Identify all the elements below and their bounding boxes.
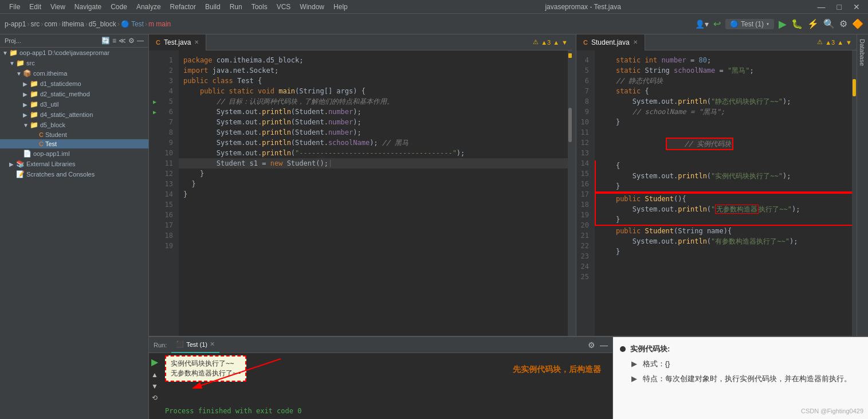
tree-item-project[interactable]: ▼ 📁 oop-app1 D:\code\javasepromar xyxy=(0,48,148,58)
rerun-button[interactable]: ▶ xyxy=(150,355,159,369)
breadcrumb-project[interactable]: p-app1 xyxy=(5,20,26,28)
editor-region: C Test.java ✕ ⚠▲3 ▲ ▼ xyxy=(149,34,868,419)
breadcrumb-method[interactable]: m main xyxy=(148,20,171,28)
settings-button[interactable]: ⚙ xyxy=(839,18,847,29)
tree-item-d2[interactable]: ▶ 📁 d2_static_method xyxy=(0,89,148,99)
tree-item-d5[interactable]: ▼ 📁 d5_block xyxy=(0,120,148,130)
jetbrains-button[interactable]: 🔶 xyxy=(852,18,863,29)
breadcrumb-com[interactable]: com xyxy=(44,20,57,28)
tab-test-java[interactable]: C Test.java ✕ xyxy=(149,34,206,50)
right-scrollbar[interactable] xyxy=(852,50,857,336)
menu-window[interactable]: Window xyxy=(295,3,329,11)
left-scrollbar[interactable] xyxy=(568,50,572,336)
menu-view[interactable]: View xyxy=(46,3,70,11)
run-tab-bar: Run: ⬛ Test (1) ✕ ⚙ — xyxy=(149,337,612,353)
tree-item-d1[interactable]: ▶ 📁 d1_staticdemo xyxy=(0,79,148,89)
doc-panel: 实例代码块: ▶ 格式：{} ▶ 特点：每次创建对象时，执行实例代码块，并在构造… xyxy=(613,337,868,419)
database-tab[interactable]: Database xyxy=(857,34,868,336)
right-code-area[interactable]: 45678 910111213 1415161718 1920212223 24… xyxy=(576,50,857,336)
chevron-icon-2: ▶ xyxy=(631,374,637,383)
run-config-selector[interactable]: 🔵 Test (1) ▾ xyxy=(725,19,774,29)
left-line-numbers: 12345 678910 1112131415 16171819 xyxy=(160,50,179,336)
warning-badge-left: ⚠▲3 ▲ ▼ xyxy=(533,38,568,46)
close-run-tab[interactable]: ✕ xyxy=(210,340,215,348)
left-tab-bar: C Test.java ✕ ⚠▲3 ▲ ▼ xyxy=(149,34,572,50)
warning-down-right[interactable]: ▼ xyxy=(846,39,852,46)
debug-button[interactable]: 🐛 xyxy=(791,18,803,29)
left-gutter: ▶ ▶ xyxy=(149,50,160,336)
doc-item-2: ▶ 特点：每次创建对象时，执行实例代码块，并在构造器前执行。 xyxy=(631,374,861,384)
tree-item-test[interactable]: C Test xyxy=(0,139,148,148)
tree-item-d3[interactable]: ▶ 📁 d3_util xyxy=(0,99,148,109)
breadcrumb-test[interactable]: 🔵 Test xyxy=(121,20,144,28)
doc-title: 实例代码块: xyxy=(630,344,670,354)
sync-icon[interactable]: 🔄 xyxy=(101,37,110,45)
tree-item-iml[interactable]: 📄 oop-app1.iml xyxy=(0,148,148,159)
menu-analyze[interactable]: Analyze xyxy=(132,3,166,11)
minimize-panel-icon[interactable]: — xyxy=(137,37,144,45)
tab-student-java[interactable]: C Student.java ✕ xyxy=(576,34,645,50)
right-code-content[interactable]: static int number = 80; static String sc… xyxy=(595,50,852,336)
right-tab-bar: C Student.java ✕ ⚠▲3 ▲ ▼ xyxy=(576,34,857,50)
left-code-area[interactable]: ▶ ▶ xyxy=(149,50,572,336)
menu-build[interactable]: Build xyxy=(201,3,225,11)
run-side-controls: ▶ ▲ ▼ ⟲ xyxy=(149,353,160,419)
close-button[interactable]: ✕ xyxy=(850,2,863,11)
run-gutter-5[interactable]: ▶ xyxy=(149,96,160,107)
warning-badge-right: ⚠▲3 ▲ ▼ xyxy=(817,38,852,46)
process-line: Process finished with exit code 0 xyxy=(165,407,608,415)
tab-run-test[interactable]: ⬛ Test (1) ✕ xyxy=(171,337,219,353)
main-content: Proj... 🔄 ≡ ≪ ⚙ — ▼ 📁 oop-app1 D:\code\j… xyxy=(0,34,868,419)
editor-split: C Test.java ✕ ⚠▲3 ▲ ▼ xyxy=(149,34,868,336)
tree-item-student[interactable]: C Student xyxy=(0,130,148,139)
left-editor: C Test.java ✕ ⚠▲3 ▲ ▼ xyxy=(149,34,572,336)
menu-tools[interactable]: Tools xyxy=(247,3,272,11)
run-settings-button[interactable]: ⚙ xyxy=(588,340,595,350)
left-code-content[interactable]: package com.itheima.d5_block; import jav… xyxy=(179,50,568,336)
collapse-icon[interactable]: ≪ xyxy=(119,37,126,45)
menu-edit[interactable]: Edit xyxy=(25,3,46,11)
menu-refactor[interactable]: Refactor xyxy=(166,3,201,11)
bottom-split: Run: ⬛ Test (1) ✕ ⚙ — xyxy=(149,337,868,419)
menu-help[interactable]: Help xyxy=(329,3,352,11)
run-button[interactable]: ▶ xyxy=(779,18,787,30)
scroll-down-button[interactable]: ▼ xyxy=(150,381,159,391)
stop-button[interactable]: ⟲ xyxy=(150,393,159,403)
menu-navigate[interactable]: Navigate xyxy=(70,3,106,11)
maximize-button[interactable]: □ xyxy=(834,2,845,11)
sidebar-title: Proj... xyxy=(5,37,21,44)
scroll-up-button[interactable]: ▲ xyxy=(150,370,159,380)
menu-code[interactable]: Code xyxy=(106,3,132,11)
back-button[interactable]: ↩ xyxy=(713,18,721,29)
warning-up-right[interactable]: ▲ xyxy=(837,39,843,46)
run-minimize-button[interactable]: — xyxy=(600,340,608,350)
project-sidebar: Proj... 🔄 ≡ ≪ ⚙ — ▼ 📁 oop-app1 D:\code\j… xyxy=(0,34,149,419)
menu-file[interactable]: File xyxy=(5,3,25,11)
tree-icon[interactable]: ≡ xyxy=(112,37,116,45)
doc-title-row: 实例代码块: xyxy=(620,344,861,354)
coverage-button[interactable]: ⚡ xyxy=(807,18,819,29)
breadcrumb-itheima[interactable]: itheima xyxy=(62,20,84,28)
tree-item-src[interactable]: ▼ 📁 src xyxy=(0,58,148,68)
search-everywhere-button[interactable]: 🔍 xyxy=(823,18,835,29)
window-title: javasepromax - Test.java xyxy=(352,3,814,11)
watermark: CSDN @Fighting0429 xyxy=(801,408,863,414)
minimize-button[interactable]: — xyxy=(814,2,829,11)
tree-item-com-itheima[interactable]: ▼ 📦 com.itheima xyxy=(0,68,148,79)
tree-item-scratches[interactable]: 📝 Scratches and Consoles xyxy=(0,169,148,179)
warning-up[interactable]: ▲ xyxy=(553,39,559,46)
vcs-button[interactable]: 👤▾ xyxy=(695,19,709,29)
tree-item-d4[interactable]: ▶ 📁 d4_static_attention xyxy=(0,109,148,120)
run-gutter-6[interactable]: ▶ xyxy=(149,107,160,117)
breadcrumb-d5block[interactable]: d5_block xyxy=(89,20,116,28)
toolbar: p-app1 › src › com › itheima › d5_block … xyxy=(0,14,868,34)
close-tab-student[interactable]: ✕ xyxy=(633,39,638,45)
tree-item-external-libs[interactable]: ▶ 📚 External Libraries xyxy=(0,159,148,169)
close-tab-test[interactable]: ✕ xyxy=(194,39,199,45)
menu-vcs[interactable]: VCS xyxy=(272,3,296,11)
settings-icon[interactable]: ⚙ xyxy=(128,37,135,45)
breadcrumb-src[interactable]: src xyxy=(30,20,40,28)
menu-run[interactable]: Run xyxy=(225,3,247,11)
bullet-icon xyxy=(620,346,626,352)
warning-down[interactable]: ▼ xyxy=(561,39,568,46)
